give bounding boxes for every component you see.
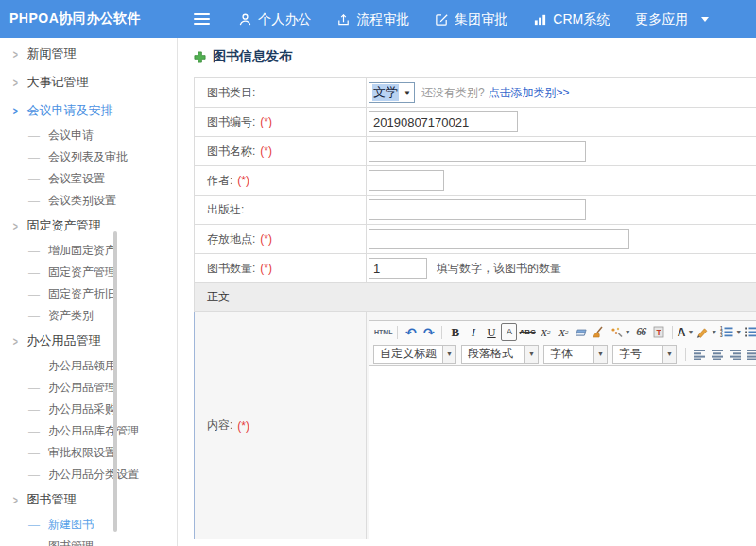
page-title: 图书信息发布 — [179, 38, 756, 74]
editor-content-area[interactable] — [369, 365, 756, 546]
undo-icon[interactable]: ↶ — [403, 323, 419, 341]
nav-more-apps[interactable]: 更多应用 — [635, 12, 709, 26]
sidebar-menu: >新闻管理 >大事记管理 >会议申请及安排 —会议申请 —会议列表及审批 —会议… — [0, 38, 177, 546]
strikethrough-icon[interactable]: ABC — [519, 323, 535, 341]
sidebar-item-book-mgmt[interactable]: >图书管理 — [0, 486, 177, 514]
sidebar-item-supplies-mgmt[interactable]: >办公用品管理 — [0, 327, 177, 355]
sidebar-item-memorabilia-mgmt[interactable]: >大事记管理 — [0, 68, 177, 96]
align-justify-icon[interactable] — [745, 345, 756, 363]
row-book-name: 图书名称:(*) — [195, 137, 756, 166]
underline-icon[interactable]: U — [483, 323, 499, 341]
add-category-link[interactable]: 点击添加类别>> — [489, 85, 570, 101]
sidebar-item-meeting-apply[interactable]: —会议申请 — [0, 125, 177, 146]
paste-text-icon[interactable]: T — [651, 323, 667, 341]
blockquote-icon[interactable]: 66 — [633, 323, 649, 341]
nav-process-approval[interactable]: 流程审批 — [336, 12, 409, 26]
sidebar-item-supplies-purchase[interactable]: —办公用品采购 — [0, 399, 177, 420]
dash-icon: — — [28, 129, 40, 143]
location-input[interactable] — [369, 229, 629, 249]
caret-down-icon: ▼ — [593, 346, 607, 363]
font-color-icon[interactable]: A▼ — [678, 323, 695, 341]
superscript-icon[interactable]: X2 — [538, 323, 554, 341]
custom-title-select[interactable]: 自定义标题▼ — [373, 345, 456, 364]
font-family-select[interactable]: 字体▼ — [543, 345, 608, 364]
author-label: 作者: — [207, 173, 232, 189]
nav-personal-office[interactable]: 个人办公 — [238, 12, 311, 26]
caret-down-icon: ▼ — [662, 346, 676, 363]
dash-icon: — — [28, 266, 40, 280]
book-form: 图书类目: 文学 ▼ 还没有类别? 点击添加类别>> 图书编号:(*) — [194, 77, 756, 539]
sidebar-item-asset-mgmt[interactable]: >固定资产管理 — [0, 212, 177, 240]
dash-icon: — — [28, 382, 40, 395]
ordered-list-icon[interactable]: 123▼ — [719, 323, 742, 341]
sidebar-item-asset-category[interactable]: —资产类别 — [0, 305, 177, 327]
category-select[interactable]: 文学 ▼ — [369, 82, 415, 103]
top-bar: PHPOA协同办公软件 个人办公 流程审批 集团审批 CRM系统 更多应用 — [0, 0, 756, 38]
caret-down-icon — [701, 17, 709, 22]
align-left-icon[interactable] — [691, 345, 707, 363]
sidebar-item-news-mgmt[interactable]: >新闻管理 — [0, 40, 177, 68]
main-content: 图书信息发布 图书类目: 文学 ▼ 还没有类别? 点击添加类别>> 图书编号:(… — [179, 38, 756, 546]
chevron-right-icon: > — [13, 334, 18, 348]
bold-icon[interactable]: B — [447, 323, 463, 341]
location-label: 存放地点: — [207, 231, 255, 247]
dash-icon: — — [28, 151, 40, 164]
sidebar-item-supplies-stock[interactable]: —办公用品库存管理 — [0, 420, 177, 442]
menu-toggle-icon[interactable] — [194, 13, 210, 25]
html-source-icon[interactable]: HTML — [374, 323, 392, 341]
sidebar-item-asset-depreciation[interactable]: —固定资产折旧 — [0, 283, 177, 305]
top-nav: 个人办公 流程审批 集团审批 CRM系统 更多应用 — [238, 12, 734, 26]
sidebar-item-supplies-claim[interactable]: —办公用品领用 — [0, 355, 177, 377]
sidebar-item-supplies-manage[interactable]: —办公用品管理 — [0, 377, 177, 399]
sidebar-item-book-manage[interactable]: —图书管理 — [0, 536, 177, 546]
required-mark: (*) — [260, 145, 272, 158]
book-name-input[interactable] — [369, 141, 586, 162]
row-book-code: 图书编号:(*) — [195, 108, 756, 137]
paragraph-select[interactable]: 段落格式▼ — [461, 345, 539, 364]
svg-text:3: 3 — [720, 333, 723, 338]
sidebar-item-approval-permission[interactable]: —审批权限设置 — [0, 442, 177, 464]
row-category: 图书类目: 文学 ▼ 还没有类别? 点击添加类别>> — [195, 78, 756, 108]
dash-icon: — — [28, 469, 40, 482]
sidebar-item-meeting-mgmt[interactable]: >会议申请及安排 — [0, 96, 177, 125]
subscript-icon[interactable]: X2 — [556, 323, 572, 341]
person-icon — [238, 12, 252, 26]
sidebar-item-meeting-list[interactable]: —会议列表及审批 — [0, 146, 177, 168]
chevron-right-icon: > — [13, 47, 18, 60]
redo-icon[interactable]: ↷ — [421, 323, 437, 341]
author-input[interactable] — [369, 170, 444, 191]
sidebar-item-supplies-classify[interactable]: —办公用品分类设置 — [0, 464, 177, 486]
unordered-list-icon[interactable]: ▼ — [744, 323, 756, 341]
italic-icon[interactable]: I — [465, 323, 481, 341]
quantity-input[interactable] — [369, 258, 427, 279]
select-arrow-icon: ▼ — [404, 89, 411, 97]
caret-down-icon: ▼ — [711, 329, 717, 335]
sidebar-item-meeting-room[interactable]: —会议室设置 — [0, 168, 177, 190]
dash-icon: — — [28, 288, 40, 301]
sidebar-item-asset-add[interactable]: —增加固定资产 — [0, 240, 177, 262]
nav-crm-system[interactable]: CRM系统 — [533, 12, 610, 26]
row-quantity: 图书数量:(*) 填写数字，该图书的数量 — [195, 254, 756, 283]
caret-down-icon: ▼ — [735, 329, 742, 335]
eraser-icon[interactable] — [574, 323, 590, 341]
highlight-pen-icon[interactable]: ▼ — [696, 323, 717, 341]
format-painter-icon[interactable]: ▼ — [610, 323, 631, 341]
caret-down-icon: ▼ — [625, 329, 631, 335]
dash-icon: — — [28, 195, 40, 208]
border-a-icon[interactable]: A — [501, 323, 517, 341]
book-name-label: 图书名称: — [207, 144, 255, 160]
dash-icon: — — [28, 519, 40, 532]
font-size-select[interactable]: 字号▼ — [612, 345, 677, 364]
sidebar-item-asset-manage[interactable]: —固定资产管理 — [0, 262, 177, 283]
sidebar-item-meeting-category[interactable]: —会议类别设置 — [0, 190, 177, 212]
align-right-icon[interactable] — [727, 345, 743, 363]
publisher-input[interactable] — [369, 199, 586, 220]
align-center-icon[interactable] — [709, 345, 725, 363]
nav-group-approval[interactable]: 集团审批 — [435, 12, 507, 26]
sidebar-item-book-new[interactable]: —新建图书 — [0, 514, 177, 536]
sidebar-scrollbar[interactable] — [113, 231, 117, 532]
app-window: PHPOA协同办公软件 个人办公 流程审批 集团审批 CRM系统 更多应用 — [0, 0, 756, 546]
clear-format-icon[interactable] — [592, 323, 608, 341]
row-content: 内容:(*) HTML ↶ ↷ B I U A — [194, 312, 756, 539]
book-code-input[interactable] — [369, 111, 518, 132]
